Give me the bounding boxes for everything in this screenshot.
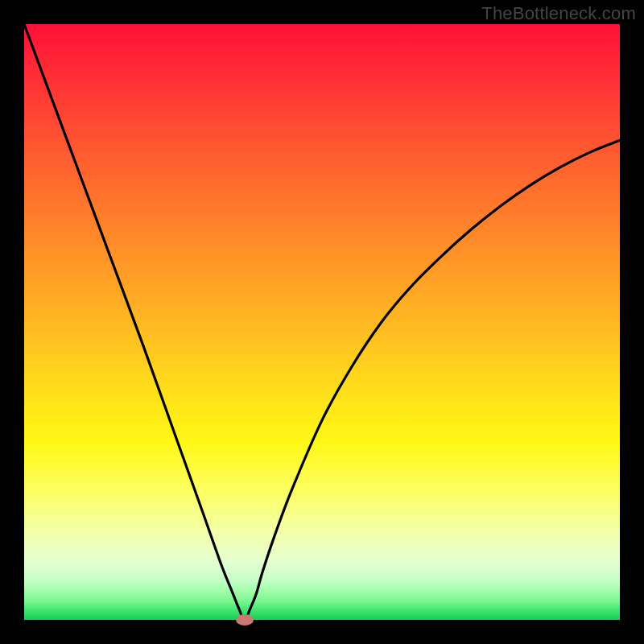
bottleneck-curve bbox=[24, 24, 620, 620]
attribution-text: TheBottleneck.com bbox=[481, 3, 636, 24]
optimal-point-marker bbox=[236, 614, 254, 625]
curve-svg bbox=[24, 24, 620, 620]
chart-canvas: TheBottleneck.com bbox=[0, 0, 644, 644]
plot-area bbox=[24, 24, 620, 620]
